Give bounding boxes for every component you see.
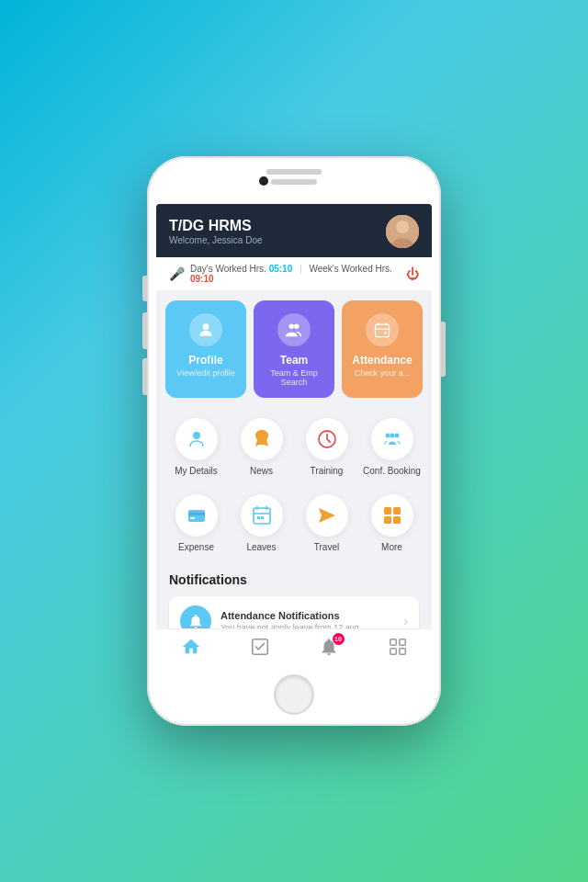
svg-rect-20 — [393, 507, 401, 514]
speaker — [271, 179, 317, 185]
attendance-card-icon — [366, 313, 399, 346]
training-icon — [306, 418, 348, 460]
notifications-title: Notifications — [169, 572, 419, 587]
travel-label: Travel — [314, 542, 339, 552]
header-left: T/DG HRMS Welcome, Jessica Doe — [169, 218, 263, 245]
svg-point-11 — [394, 434, 399, 438]
bell-badge: 10 — [333, 633, 345, 645]
svg-rect-14 — [188, 513, 205, 515]
nav-home[interactable] — [174, 635, 209, 663]
home-button[interactable] — [274, 674, 314, 715]
notification-content: Attendance Notifications You have not ap… — [220, 610, 394, 628]
side-button-power — [441, 322, 446, 377]
profile-card-title: Profile — [188, 354, 222, 367]
app: T/DG HRMS Welcome, Jessica Doe — [156, 204, 432, 669]
icon-grid: My Details News — [156, 398, 432, 561]
svg-rect-27 — [399, 649, 404, 654]
hours-text: Day's Worked Hrs. 05:10 | Week's Worked … — [190, 264, 401, 284]
attendance-card-title: Attendance — [352, 354, 412, 367]
news-label: News — [250, 466, 273, 476]
days-value: 05:10 — [269, 264, 293, 274]
travel-item[interactable]: Travel — [294, 485, 359, 561]
svg-rect-19 — [384, 507, 391, 514]
side-button-vol-down — [142, 358, 147, 395]
conf-booking-item[interactable]: Conf. Booking — [359, 409, 424, 485]
attendance-notification-card[interactable]: Attendance Notifications You have not ap… — [169, 596, 419, 628]
team-card-title: Team — [280, 354, 308, 367]
profile-card-icon — [189, 313, 222, 346]
svg-rect-6 — [376, 324, 390, 336]
feature-cards-row: Profile View/edit profile Team — [156, 291, 432, 398]
svg-rect-16 — [254, 508, 270, 524]
nav-grid[interactable] — [380, 635, 415, 663]
leaves-label: Leaves — [246, 542, 276, 552]
svg-rect-26 — [390, 649, 395, 654]
team-card-icon — [277, 313, 311, 346]
team-card-sub: Team & Emp Search — [261, 368, 327, 387]
side-button-vol-up — [142, 312, 147, 349]
bell-badge-wrap: 10 — [319, 637, 339, 662]
svg-rect-21 — [384, 516, 391, 524]
side-button-mute — [142, 276, 147, 301]
my-details-item[interactable]: My Details — [164, 409, 229, 485]
svg-rect-22 — [393, 516, 401, 524]
svg-point-4 — [289, 324, 295, 330]
my-details-label: My Details — [175, 466, 218, 476]
svg-point-1 — [396, 220, 409, 233]
svg-rect-17 — [257, 516, 260, 519]
training-item[interactable]: Training — [294, 409, 359, 485]
svg-rect-13 — [188, 510, 205, 522]
news-icon — [241, 418, 283, 460]
main-scroll: Profile View/edit profile Team — [156, 291, 432, 628]
avatar-image — [386, 215, 419, 248]
svg-point-3 — [203, 323, 209, 330]
work-hours-bar: 🎤 Day's Worked Hrs. 05:10 | Week's Worke… — [156, 257, 432, 291]
svg-point-12 — [390, 434, 394, 438]
bottom-nav: 10 — [156, 628, 432, 669]
svg-point-7 — [384, 332, 387, 334]
conf-booking-label: Conf. Booking — [363, 466, 421, 476]
leaves-icon — [241, 494, 283, 537]
expense-item[interactable]: Expense — [164, 485, 229, 561]
team-card[interactable]: Team Team & Emp Search — [254, 300, 334, 398]
svg-point-10 — [385, 434, 390, 438]
leaves-item[interactable]: Leaves — [229, 485, 294, 561]
svg-rect-18 — [261, 516, 264, 519]
notification-arrow-icon: › — [403, 614, 408, 628]
nav-bell[interactable]: 10 — [311, 635, 346, 663]
my-details-icon — [175, 418, 218, 460]
header: T/DG HRMS Welcome, Jessica Doe — [156, 204, 432, 257]
grid-icon — [388, 637, 408, 662]
days-label: Day's Worked Hrs. — [190, 264, 266, 274]
news-item[interactable]: News — [229, 409, 294, 485]
expense-label: Expense — [178, 542, 214, 552]
weeks-value: 09:10 — [190, 274, 214, 284]
svg-point-8 — [193, 432, 200, 439]
checklist-icon — [250, 637, 270, 662]
phone-shell: T/DG HRMS Welcome, Jessica Doe — [147, 156, 441, 726]
svg-point-5 — [294, 324, 300, 330]
screen: T/DG HRMS Welcome, Jessica Doe — [156, 204, 432, 669]
app-title: T/DG HRMS — [169, 218, 263, 234]
svg-rect-24 — [390, 639, 395, 645]
notification-bell-icon — [180, 605, 211, 628]
profile-card-sub: View/edit profile — [176, 368, 234, 378]
mic-icon: 🎤 — [169, 266, 185, 281]
conf-booking-icon — [371, 418, 413, 460]
more-label: More — [381, 542, 402, 552]
notifications-section: Notifications Attendance Notifications Y… — [156, 561, 432, 628]
notification-title: Attendance Notifications — [220, 610, 394, 621]
attendance-card-sub: Check your a... — [355, 368, 411, 378]
more-item[interactable]: More — [359, 485, 424, 561]
expense-icon — [175, 494, 218, 537]
svg-rect-15 — [190, 517, 195, 519]
attendance-card[interactable]: Attendance Check your a... — [342, 300, 423, 398]
power-icon[interactable]: ⏻ — [406, 266, 419, 281]
svg-rect-25 — [399, 639, 404, 645]
nav-checklist[interactable] — [243, 635, 277, 663]
avatar[interactable] — [386, 215, 419, 248]
training-label: Training — [311, 466, 344, 476]
profile-card[interactable]: Profile View/edit profile — [165, 300, 246, 398]
weeks-label: Week's Worked Hrs. — [309, 264, 391, 274]
welcome-text: Welcome, Jessica Doe — [169, 235, 263, 245]
